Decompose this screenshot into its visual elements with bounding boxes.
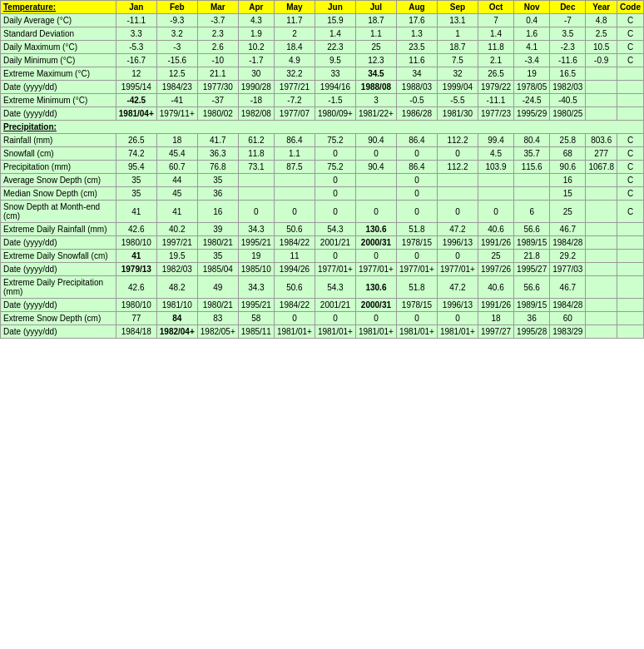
data-cell: 90.4	[355, 161, 396, 174]
data-cell: 35	[197, 250, 238, 263]
data-cell	[617, 67, 644, 81]
data-cell: 1982/04+	[156, 325, 197, 339]
data-cell: 87.5	[274, 161, 315, 174]
data-cell: 1981/10	[156, 299, 197, 312]
data-cell: 0	[396, 187, 437, 201]
data-cell	[586, 67, 617, 81]
data-cell: 1980/10	[116, 236, 156, 250]
data-cell	[478, 187, 513, 201]
data-cell: 1980/02	[197, 107, 238, 121]
data-cell	[478, 174, 513, 187]
data-cell: 1982/03	[156, 263, 197, 276]
climate-table: Temperature: Jan Feb Mar Apr May Jun Jul…	[0, 0, 644, 339]
data-cell: 1982/08	[238, 107, 274, 121]
data-cell: 1977/01+	[437, 263, 478, 276]
data-cell: C	[617, 14, 644, 27]
col-header-may: May	[274, 1, 315, 14]
data-cell: 0	[396, 147, 437, 161]
data-cell: 34.5	[355, 67, 396, 81]
data-cell: -10	[197, 54, 238, 67]
data-cell: 1995/14	[116, 81, 156, 94]
data-cell: 40.6	[478, 223, 513, 236]
data-cell: 1067.8	[586, 161, 617, 174]
col-header-feb: Feb	[156, 1, 197, 14]
data-cell: 1982/03	[550, 81, 586, 94]
data-cell: 25	[355, 41, 396, 54]
data-cell: 1997/27	[478, 325, 513, 339]
row-label: Extreme Daily Precipitation (mm)	[1, 276, 116, 299]
data-cell: 2001/21	[315, 299, 355, 312]
data-cell: 1977/07	[274, 107, 315, 121]
data-cell	[586, 312, 617, 325]
data-cell: 1988/08	[355, 81, 396, 94]
table-row: Extreme Daily Precipitation (mm)42.648.2…	[1, 276, 644, 299]
data-cell: -42.5	[116, 94, 156, 107]
data-cell: -5.5	[437, 94, 478, 107]
data-cell: 50.6	[274, 223, 315, 236]
data-cell: 35	[116, 174, 156, 187]
data-cell: 115.6	[514, 161, 550, 174]
data-cell	[617, 276, 644, 299]
data-cell: 1982/05+	[197, 325, 238, 339]
data-cell: 46.7	[550, 276, 586, 299]
data-cell: 0	[315, 201, 355, 223]
data-cell: 130.6	[355, 276, 396, 299]
data-cell: 1985/04	[197, 263, 238, 276]
data-cell: 99.4	[478, 134, 513, 147]
data-cell: 26.5	[116, 134, 156, 147]
data-cell	[437, 187, 478, 201]
data-cell: 36	[514, 312, 550, 325]
data-cell: 3.2	[156, 27, 197, 41]
data-cell: 0	[396, 250, 437, 263]
data-cell: 1995/27	[514, 263, 550, 276]
data-cell: 34	[396, 67, 437, 81]
data-cell: 34.3	[238, 223, 274, 236]
data-cell: 75.2	[315, 161, 355, 174]
data-cell	[355, 174, 396, 187]
data-cell: 1977/01+	[355, 263, 396, 276]
data-cell: 1984/22	[274, 299, 315, 312]
data-cell: -16.7	[116, 54, 156, 67]
data-cell: C	[617, 187, 644, 201]
data-cell: 23.5	[396, 41, 437, 54]
data-cell: 1984/28	[550, 236, 586, 250]
data-cell: 45.4	[156, 147, 197, 161]
data-cell: 1979/11+	[156, 107, 197, 121]
data-cell: 1978/15	[396, 299, 437, 312]
data-cell: 1979/22	[478, 81, 513, 94]
data-cell: 95.4	[116, 161, 156, 174]
data-cell: 2.6	[197, 41, 238, 54]
row-label: Rainfall (mm)	[1, 134, 116, 147]
data-cell: -9.3	[156, 14, 197, 27]
col-header-nov: Nov	[514, 1, 550, 14]
data-cell: 2.1	[478, 54, 513, 67]
data-cell: 2001/21	[315, 236, 355, 250]
data-cell: 1981/01+	[396, 325, 437, 339]
data-cell: 0	[437, 250, 478, 263]
data-cell: 2.5	[586, 27, 617, 41]
data-cell: 12	[116, 67, 156, 81]
data-cell: 1984/18	[116, 325, 156, 339]
data-cell: 0	[315, 147, 355, 161]
data-cell: 1986/28	[396, 107, 437, 121]
table-row: Date (yyyy/dd)1984/181982/04+1982/05+198…	[1, 325, 644, 339]
data-cell: -15.6	[156, 54, 197, 67]
data-cell: 50.6	[274, 276, 315, 299]
data-cell: 1989/15	[514, 299, 550, 312]
data-cell	[514, 174, 550, 187]
data-cell: -11.1	[116, 14, 156, 27]
row-label: Average Snow Depth (cm)	[1, 174, 116, 187]
row-label: Extreme Minimum (°C)	[1, 94, 116, 107]
data-cell: 18	[478, 312, 513, 325]
data-cell: 1.1	[274, 147, 315, 161]
data-cell	[514, 187, 550, 201]
data-cell: 1981/01+	[437, 325, 478, 339]
data-cell: 1977/21	[274, 81, 315, 94]
data-cell: 11.6	[396, 54, 437, 67]
row-label: Standard Deviation	[1, 27, 116, 41]
row-label: Date (yyyy/dd)	[1, 236, 116, 250]
data-cell: 56.6	[514, 223, 550, 236]
data-cell: 1985/11	[238, 325, 274, 339]
data-cell: 1999/04	[437, 81, 478, 94]
data-cell: 47.2	[437, 276, 478, 299]
